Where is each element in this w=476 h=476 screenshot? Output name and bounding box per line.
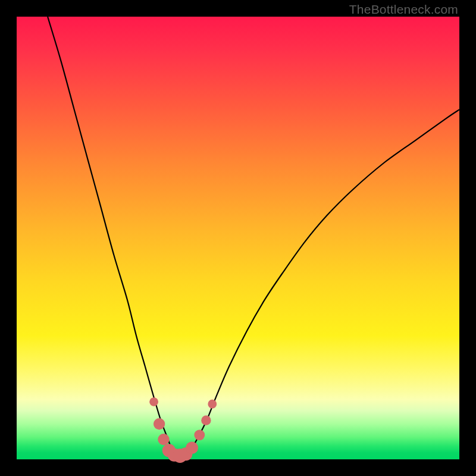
chart-svg [17, 17, 459, 459]
curve-marker [186, 441, 198, 454]
watermark-text: TheBottleneck.com [349, 2, 458, 17]
curve-markers [149, 397, 217, 463]
curve-marker [158, 434, 169, 445]
curve-marker [194, 430, 205, 440]
curve-marker [201, 415, 211, 425]
chart-frame [17, 17, 459, 459]
curve-marker [208, 400, 217, 409]
curve-marker [154, 418, 165, 430]
bottleneck-curve [48, 17, 459, 456]
curve-marker [149, 397, 158, 406]
